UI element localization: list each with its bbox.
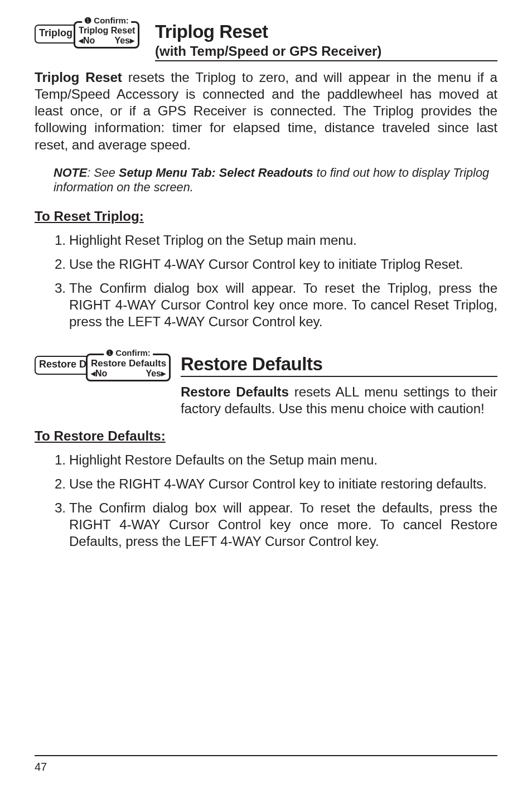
heading-rule [155, 60, 497, 61]
note-lead: NOTE [54, 166, 87, 180]
step-text: The Confirm dialog box will appear. To r… [69, 500, 497, 550]
step-number: 2. [55, 476, 69, 492]
list-item: 3.The Confirm dialog box will appear. To… [55, 280, 497, 330]
step-text: Use the RIGHT 4-WAY Cursor Control key t… [69, 256, 497, 273]
footer-rule [35, 755, 497, 756]
step-text: Use the RIGHT 4-WAY Cursor Control key t… [69, 476, 497, 492]
step-text: Highlight Reset Triplog on the Setup mai… [69, 232, 497, 249]
para-lead: Restore Defaults [181, 384, 289, 399]
section-subtitle: (with Temp/Speed or GPS Receiver) [155, 43, 497, 59]
heading-row: Triplog Rese ❶ Confirm: Triplog Reset ◂N… [35, 21, 497, 61]
procedure-heading: To Reset Triplog: [35, 209, 497, 224]
yes-option: Yes▸ [114, 36, 134, 45]
step-number: 1. [55, 232, 69, 249]
dialog-graphic-triplog: Triplog Rese ❶ Confirm: Triplog Reset ◂N… [35, 21, 141, 58]
no-option: ◂No [91, 369, 107, 378]
heading-rule [181, 376, 497, 377]
step-number: 3. [55, 280, 69, 330]
dialog-buttons: ◂No Yes▸ [75, 36, 138, 47]
step-text: Highlight Restore Defaults on the Setup … [69, 452, 497, 468]
heading-row: Restore De ❶ Confirm: Restore Defaults ◂… [35, 354, 497, 417]
dialog-graphic-restore: Restore De ❶ Confirm: Restore Defaults ◂… [35, 354, 172, 390]
yes-option: Yes▸ [146, 369, 166, 378]
step-number: 3. [55, 500, 69, 550]
procedure-steps: 1.Highlight Restore Defaults on the Setu… [55, 452, 497, 550]
section-restore-defaults: Restore De ❶ Confirm: Restore Defaults ◂… [35, 354, 497, 550]
section-title: Restore Defaults [181, 354, 497, 375]
step-number: 1. [55, 452, 69, 468]
section-triplog-reset: Triplog Rese ❶ Confirm: Triplog Reset ◂N… [35, 21, 497, 330]
confirm-tab: ❶ Confirm: [82, 16, 131, 25]
dialog-front-box: ❶ Confirm: Restore Defaults ◂No Yes▸ [86, 354, 171, 381]
section-title: Triplog Reset [155, 21, 497, 42]
page-footer: 47 [35, 755, 497, 773]
heading-text: Triplog Reset (with Temp/Speed or GPS Re… [155, 21, 497, 61]
confirm-tab: ❶ Confirm: [104, 349, 153, 357]
dialog-buttons: ◂No Yes▸ [88, 369, 169, 380]
step-text: The Confirm dialog box will appear. To r… [69, 280, 497, 330]
no-option: ◂No [79, 36, 95, 45]
list-item: 3.The Confirm dialog box will appear. To… [55, 500, 497, 550]
list-item: 1.Highlight Restore Defaults on the Setu… [55, 452, 497, 468]
procedure-steps: 1.Highlight Reset Triplog on the Setup m… [55, 232, 497, 330]
intro-paragraph: Triplog Reset resets the Triplog to zero… [35, 69, 497, 153]
note-pre: : See [87, 166, 119, 180]
procedure-heading: To Restore Defaults: [35, 428, 497, 444]
list-item: 2.Use the RIGHT 4-WAY Cursor Control key… [55, 476, 497, 492]
intro-paragraph: Restore Defaults resets ALL menu setting… [181, 384, 497, 417]
para-lead: Triplog Reset [35, 70, 122, 85]
note-paragraph: NOTE: See Setup Menu Tab: Select Readout… [54, 166, 497, 195]
back-label: Restore De [39, 359, 92, 370]
dialog-front-box: ❶ Confirm: Triplog Reset ◂No Yes▸ [74, 21, 139, 49]
page-number: 47 [35, 761, 497, 773]
list-item: 2.Use the RIGHT 4-WAY Cursor Control key… [55, 256, 497, 273]
step-number: 2. [55, 256, 69, 273]
heading-text: Restore Defaults Restore Defaults resets… [181, 354, 497, 417]
note-bold: Setup Menu Tab: Select Readouts [119, 166, 313, 180]
list-item: 1.Highlight Reset Triplog on the Setup m… [55, 232, 497, 249]
